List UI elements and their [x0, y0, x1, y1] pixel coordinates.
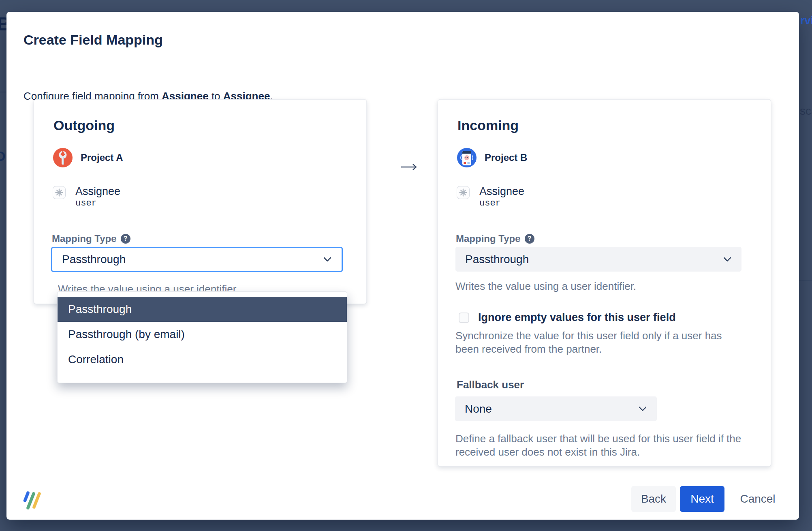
- selected-fallback-user: None: [455, 403, 492, 415]
- dropdown-option-passthrough[interactable]: Passthrough: [58, 297, 347, 322]
- back-button[interactable]: Back: [631, 486, 676, 512]
- dropdown-option-correlation[interactable]: Correlation: [58, 347, 347, 372]
- outgoing-heading: Outgoing: [53, 118, 115, 133]
- fallback-user-description: Define a fallback user that will be used…: [455, 432, 750, 459]
- create-field-mapping-dialog: Create Field Mapping Configure field map…: [6, 12, 799, 520]
- ignore-empty-values-row: Ignore empty values for this user field: [459, 311, 676, 324]
- cancel-button[interactable]: Cancel: [733, 486, 783, 512]
- user-field-type-icon: [53, 186, 66, 199]
- chevron-down-icon: [723, 254, 731, 262]
- background-divider: [799, 280, 812, 280]
- project-a-avatar-wrench-icon: [53, 148, 73, 167]
- incoming-mapping-type-label-row: Mapping Type ?: [456, 233, 534, 244]
- help-icon[interactable]: ?: [525, 234, 534, 244]
- selected-mapping-type: Passthrough: [52, 253, 126, 266]
- background-text-fragment: sca: [800, 105, 812, 118]
- incoming-heading: Incoming: [457, 118, 519, 133]
- mapping-direction-arrow-icon: [400, 163, 418, 171]
- dropdown-option-passthrough-by-email[interactable]: Passthrough (by email): [58, 322, 347, 347]
- fallback-user-label: Fallback user: [457, 379, 524, 391]
- chevron-down-icon: [639, 403, 647, 411]
- incoming-field-name: Assignee: [479, 185, 524, 198]
- help-icon[interactable]: ?: [121, 234, 130, 244]
- ignore-empty-values-label[interactable]: Ignore empty values for this user field: [478, 311, 676, 324]
- outgoing-mapping-type-label-row: Mapping Type ?: [52, 233, 130, 244]
- outgoing-card: Outgoing Project A: [34, 99, 367, 304]
- mapping-type-dropdown-menu: Passthrough Passthrough (by email) Corre…: [57, 291, 347, 383]
- background-divider: [0, 92, 6, 92]
- clipped-description: Writes the value using a user identifier…: [58, 284, 317, 291]
- user-field-type-icon: [457, 186, 470, 199]
- fallback-user-select[interactable]: None: [455, 396, 657, 421]
- project-b-avatar-phone-icon: [457, 148, 477, 167]
- dialog-title: Create Field Mapping: [24, 32, 163, 48]
- outgoing-mapping-type-select[interactable]: Passthrough: [51, 247, 343, 272]
- outgoing-project-name: Project A: [81, 152, 123, 163]
- outgoing-field-name: Assignee: [75, 185, 120, 198]
- incoming-project-name: Project B: [485, 152, 527, 163]
- exalate-logo: [23, 490, 43, 510]
- next-button[interactable]: Next: [680, 486, 724, 512]
- incoming-field-type: user: [479, 198, 501, 208]
- mapping-type-description: Writes the value using a user identifier…: [455, 280, 747, 293]
- incoming-card: Incoming Project B: [438, 99, 771, 467]
- background-text-fragment: D: [0, 148, 6, 164]
- mapping-type-label: Mapping Type: [52, 233, 117, 244]
- ignore-empty-values-checkbox[interactable]: [459, 313, 469, 323]
- screen: B D rvi sca Create Field Mapping Configu…: [0, 0, 812, 531]
- ignore-empty-values-description: Synchronize the value for this user fiel…: [455, 329, 744, 356]
- selected-mapping-type: Passthrough: [455, 253, 529, 266]
- background-link-fragment: rvi: [800, 15, 812, 27]
- outgoing-field-type: user: [75, 198, 97, 208]
- incoming-mapping-type-select[interactable]: Passthrough: [455, 247, 741, 272]
- mapping-type-label: Mapping Type: [456, 233, 521, 244]
- chevron-down-icon: [323, 254, 331, 262]
